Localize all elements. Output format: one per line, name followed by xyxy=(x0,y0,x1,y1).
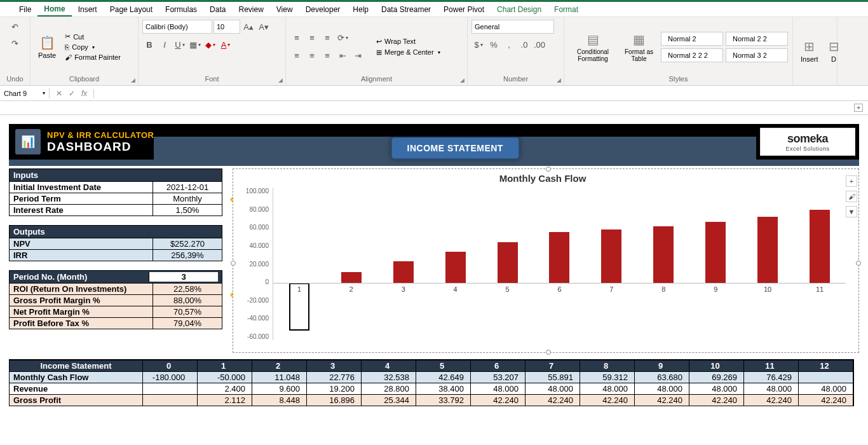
font-name-select[interactable] xyxy=(142,20,212,34)
is-cell[interactable]: -180.000 xyxy=(143,371,198,383)
decrease-font-icon[interactable]: A▾ xyxy=(257,20,271,34)
chart-container[interactable]: + 🖌 ▼ Monthly Cash Flow 100.00080.00060.… xyxy=(233,168,859,353)
is-cell[interactable]: 2.400 xyxy=(198,383,252,394)
number-format-select[interactable] xyxy=(471,20,554,34)
align-bottom-icon[interactable]: ≡ xyxy=(320,31,334,45)
is-cell[interactable]: 63.680 xyxy=(635,371,689,383)
redo-icon[interactable]: ↷ xyxy=(8,36,22,50)
bar[interactable] xyxy=(705,222,726,283)
bar[interactable] xyxy=(341,272,362,283)
is-cell[interactable]: 76.429 xyxy=(744,371,799,383)
is-cell[interactable]: 42.240 xyxy=(689,394,744,406)
bar-slot[interactable]: 6 xyxy=(534,188,586,340)
is-cell[interactable]: 48.000 xyxy=(526,383,580,394)
style-normal-2-2-2[interactable]: Normal 2 2 2 xyxy=(661,48,723,62)
align-right-icon[interactable]: ≡ xyxy=(320,49,334,63)
bar-slot[interactable]: 4 xyxy=(430,188,482,340)
underline-button[interactable]: U xyxy=(173,38,187,51)
income-statement-button[interactable]: INCOME STATEMENT xyxy=(391,137,520,160)
bar[interactable] xyxy=(445,252,466,283)
is-cell[interactable]: 59.312 xyxy=(580,371,635,383)
enter-formula-icon[interactable]: ✓ xyxy=(66,89,78,98)
input-val-date[interactable]: 2021-12-01 xyxy=(153,182,222,193)
input-val-term[interactable]: Monthly xyxy=(153,193,222,204)
copy-button[interactable]: ⎘Copy▾ xyxy=(62,43,123,51)
is-cell[interactable]: 22.776 xyxy=(307,371,362,383)
menu-format[interactable]: Format xyxy=(548,3,585,16)
font-color-button[interactable]: A xyxy=(219,38,233,51)
is-cell[interactable]: 16.896 xyxy=(307,394,362,406)
is-cell[interactable]: -50.000 xyxy=(198,371,252,383)
alignment-launcher-icon[interactable]: ◢ xyxy=(460,77,465,83)
bar-slot[interactable]: 7 xyxy=(585,188,637,340)
font-size-select[interactable] xyxy=(214,20,240,34)
menu-developer[interactable]: Developer xyxy=(299,3,347,16)
bar[interactable] xyxy=(498,242,518,283)
is-cell[interactable]: 28.800 xyxy=(362,383,416,394)
is-cell[interactable]: 38.400 xyxy=(416,383,471,394)
increase-font-icon[interactable]: A▴ xyxy=(241,20,255,34)
is-cell[interactable]: 42.240 xyxy=(635,394,689,406)
resize-handle-icon[interactable] xyxy=(546,350,551,355)
menu-home[interactable]: Home xyxy=(37,3,71,17)
style-normal-3-2[interactable]: Normal 3 2 xyxy=(726,48,788,62)
wrap-text-button[interactable]: ↩Wrap Text xyxy=(374,37,443,46)
align-middle-icon[interactable]: ≡ xyxy=(305,31,319,45)
bar[interactable] xyxy=(393,261,414,283)
input-val-rate[interactable]: 1,50% xyxy=(153,205,222,216)
dec-decimal-icon[interactable]: .00 xyxy=(532,38,546,51)
menu-data-streamer[interactable]: Data Streamer xyxy=(375,3,437,16)
is-cell[interactable]: 32.538 xyxy=(362,371,416,383)
chart-brush-icon[interactable]: 🖌 xyxy=(846,191,857,202)
is-cell[interactable]: 33.792 xyxy=(416,394,471,406)
bar-slot[interactable]: 10 xyxy=(742,188,794,340)
is-cell[interactable]: 55.891 xyxy=(526,371,580,383)
menu-view[interactable]: View xyxy=(270,3,299,16)
paste-button[interactable]: 📋 Paste xyxy=(34,34,60,60)
is-cell[interactable] xyxy=(799,371,853,383)
is-cell[interactable]: 42.240 xyxy=(744,394,799,406)
indent-dec-icon[interactable]: ⇤ xyxy=(336,49,349,63)
currency-icon[interactable]: $ xyxy=(471,38,485,51)
is-cell[interactable]: 42.240 xyxy=(799,394,853,406)
chart-plot-area[interactable]: 1234567891011 xyxy=(273,188,846,340)
is-cell[interactable]: 9.600 xyxy=(252,383,307,394)
is-cell[interactable]: 48.000 xyxy=(635,383,689,394)
is-cell[interactable] xyxy=(143,394,198,406)
conditional-formatting-button[interactable]: ▤Conditional Formatting xyxy=(568,31,618,64)
indent-inc-icon[interactable]: ⇥ xyxy=(351,49,365,63)
is-cell[interactable]: 48.000 xyxy=(471,383,526,394)
style-normal-2-2[interactable]: Normal 2 2 xyxy=(726,32,788,46)
menu-help[interactable]: Help xyxy=(346,3,375,16)
is-cell[interactable]: 69.269 xyxy=(689,371,744,383)
is-cell[interactable]: 42.649 xyxy=(416,371,471,383)
menu-chart-design[interactable]: Chart Design xyxy=(491,3,548,16)
period-number-input[interactable]: 3 xyxy=(149,272,218,282)
resize-handle-icon[interactable] xyxy=(546,167,551,172)
comma-icon[interactable]: , xyxy=(502,38,516,51)
cell-styles-gallery[interactable]: Normal 2 Normal 2 2 Normal 2 2 2 Normal … xyxy=(660,31,789,63)
inc-decimal-icon[interactable]: .0 xyxy=(517,38,531,51)
resize-handle-icon[interactable] xyxy=(856,261,861,266)
menu-formulas[interactable]: Formulas xyxy=(159,3,203,16)
bar-slot[interactable]: 8 xyxy=(637,188,689,340)
format-as-table-button[interactable]: ▦Format as Table xyxy=(620,31,658,64)
bar-slot[interactable]: 9 xyxy=(689,188,742,340)
chart-filter-icon[interactable]: ▼ xyxy=(846,206,857,217)
chart-title[interactable]: Monthly Cash Flow xyxy=(240,173,846,184)
is-cell[interactable]: 8.448 xyxy=(252,394,307,406)
italic-button[interactable]: I xyxy=(158,38,172,51)
is-cell[interactable]: 48.000 xyxy=(580,383,635,394)
clipboard-launcher-icon[interactable]: ◢ xyxy=(131,77,135,83)
merge-center-button[interactable]: ⊞Merge & Center▾ xyxy=(374,48,443,57)
resize-handle-icon[interactable] xyxy=(231,261,236,266)
bar-slot[interactable]: 3 xyxy=(377,188,430,340)
percent-icon[interactable]: % xyxy=(487,38,501,51)
bar[interactable] xyxy=(601,229,621,283)
is-cell[interactable]: 53.207 xyxy=(471,371,526,383)
expand-icon[interactable]: + xyxy=(854,104,863,112)
number-launcher-icon[interactable]: ◢ xyxy=(557,77,561,83)
name-box[interactable]: Chart 9▾ xyxy=(0,88,50,99)
bar-slot[interactable]: 1 xyxy=(273,188,325,340)
cut-button[interactable]: ✂Cut xyxy=(62,32,123,41)
